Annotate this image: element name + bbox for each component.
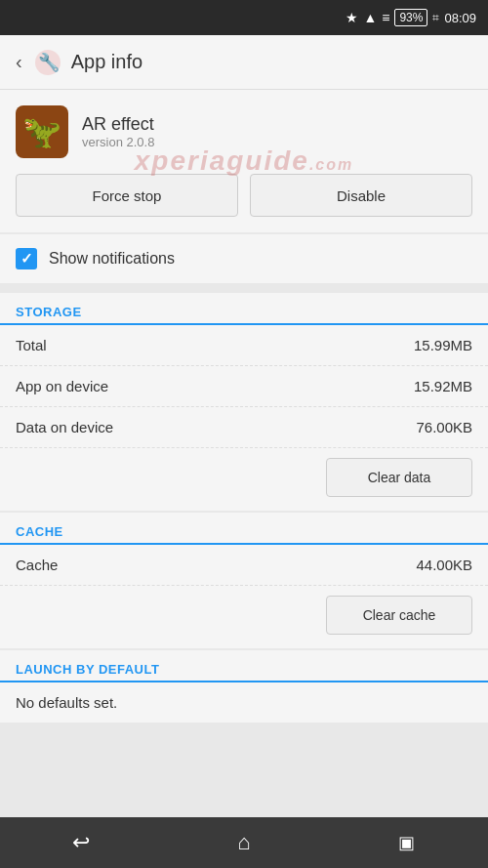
nav-recents-button[interactable]: ▣ — [378, 823, 436, 862]
status-bar: ★ ▲ ≡ 93% ⌗ 08:09 — [0, 0, 488, 35]
app-name-block: AR effect version 2.0.8 — [82, 114, 154, 149]
page-title: App info — [71, 51, 142, 73]
notifications-label: Show notifications — [49, 250, 175, 268]
status-icons: ★ ▲ ≡ 93% ⌗ 08:09 — [346, 9, 476, 26]
storage-total-row: Total 15.99MB — [0, 325, 488, 366]
nav-bar: ↩ ⌂ ▣ — [0, 817, 488, 868]
storage-total-label: Total — [16, 337, 47, 353]
signal-icon: ≡ — [382, 10, 389, 25]
app-name: AR effect — [82, 114, 154, 135]
disable-button[interactable]: Disable — [250, 174, 472, 217]
action-buttons: Force stop Disable — [16, 174, 472, 217]
nav-recents-icon: ▣ — [398, 832, 415, 853]
nav-home-icon: ⌂ — [237, 830, 250, 855]
cache-label: Cache — [16, 557, 58, 573]
launch-section: LAUNCH BY DEFAULT No defaults set. — [0, 650, 488, 723]
app-meta: 🦖 AR effect version 2.0.8 — [16, 105, 472, 158]
launch-defaults-text: No defaults set. — [0, 682, 488, 723]
storage-app-label: App on device — [16, 378, 108, 394]
cache-value: 44.00KB — [416, 557, 472, 573]
storage-data-value: 76.00KB — [416, 419, 472, 435]
cache-header: CACHE — [0, 513, 488, 545]
app-header: ‹ 🔧 App info — [0, 35, 488, 90]
status-time: 08:09 — [444, 11, 476, 25]
usb-icon: ⌗ — [432, 11, 439, 24]
checkmark-icon: ✓ — [20, 250, 33, 268]
clear-data-button[interactable]: Clear data — [326, 458, 472, 497]
nav-home-button[interactable]: ⌂ — [215, 823, 273, 862]
cache-btn-row: Clear cache — [0, 586, 488, 648]
battery-indicator: 93% — [394, 9, 427, 26]
app-icon: 🦖 — [16, 105, 68, 158]
app-icon-emoji: 🦖 — [22, 113, 61, 150]
bluetooth-icon: ★ — [346, 10, 358, 25]
storage-total-value: 15.99MB — [414, 337, 472, 353]
force-stop-button[interactable]: Force stop — [16, 174, 238, 217]
tools-icon: 🔧 — [34, 49, 61, 76]
nav-back-button[interactable]: ↩ — [52, 823, 110, 862]
clear-cache-button[interactable]: Clear cache — [326, 596, 472, 635]
wifi-icon: ▲ — [363, 10, 377, 25]
app-version: version 2.0.8 — [82, 135, 154, 149]
app-info-card: xperiaguide.com 🦖 AR effect version 2.0.… — [0, 90, 488, 232]
storage-data-row: Data on device 76.00KB — [0, 407, 488, 448]
notifications-checkbox[interactable]: ✓ — [16, 248, 37, 269]
back-button[interactable]: ‹ — [16, 51, 22, 73]
cache-section: CACHE Cache 44.00KB Clear cache — [0, 513, 488, 648]
storage-section: STORAGE Total 15.99MB App on device 15.9… — [0, 293, 488, 511]
content-area: xperiaguide.com 🦖 AR effect version 2.0.… — [0, 90, 488, 817]
nav-back-icon: ↩ — [72, 830, 90, 855]
storage-header: STORAGE — [0, 293, 488, 325]
cache-row: Cache 44.00KB — [0, 545, 488, 586]
storage-data-label: Data on device — [16, 419, 113, 435]
storage-app-row: App on device 15.92MB — [0, 366, 488, 407]
svg-text:🔧: 🔧 — [38, 52, 61, 73]
notification-row[interactable]: ✓ Show notifications — [0, 234, 488, 283]
launch-header: LAUNCH BY DEFAULT — [0, 650, 488, 682]
storage-btn-row: Clear data — [0, 448, 488, 511]
storage-app-value: 15.92MB — [414, 378, 472, 394]
